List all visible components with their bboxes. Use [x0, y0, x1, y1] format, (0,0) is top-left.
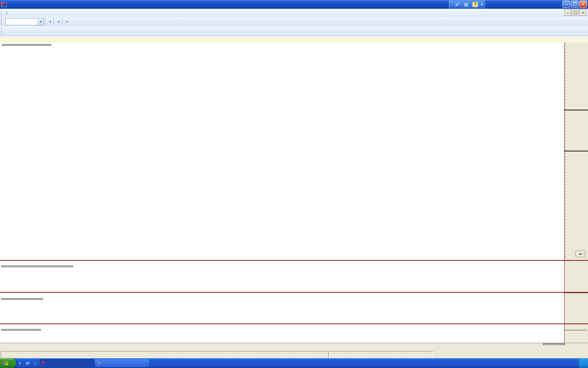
window-controls: — ✕	[562, 1, 587, 8]
taskbar-item-advanced-get[interactable]	[40, 359, 94, 367]
mdi-minimize-button[interactable]: —	[564, 9, 571, 16]
download-icon: ➔	[97, 361, 100, 366]
windows-logo-icon	[3, 361, 8, 366]
quicklaunch-ie-icon[interactable]: e	[17, 360, 23, 366]
advanced-get-icon	[42, 361, 46, 365]
tools-toolbar	[0, 26, 588, 36]
start-button[interactable]	[0, 358, 16, 368]
macd-top-value	[565, 293, 588, 293]
taskbar-item-download[interactable]: ➔	[95, 359, 149, 367]
studies1-overflow-chevron[interactable]: ▾	[48, 20, 52, 23]
last-price-label	[565, 151, 588, 151]
symbol-dropdown-icon[interactable]: ▼	[38, 19, 43, 25]
price-axis[interactable]	[564, 43, 588, 260]
window-titlebar: 🖉 ▤ ? ▾ — ✕	[0, 0, 588, 9]
lang-help-button[interactable]: ?	[472, 2, 478, 7]
macd-panel[interactable]	[0, 292, 588, 323]
microphone-button[interactable]: 🖉	[455, 2, 461, 7]
volume-panel[interactable]	[0, 260, 588, 292]
toolbar2-grip[interactable]	[1, 27, 4, 35]
symbol-combobox[interactable]: ▼	[5, 18, 44, 25]
studies-toolbar: ▼ ▾ ▾ ▾	[0, 17, 588, 27]
pivot-price-label	[565, 110, 588, 110]
langbar-options-chevron[interactable]: ▾	[481, 3, 483, 6]
volume-value-box	[1, 266, 73, 267]
status-page-text	[328, 351, 433, 358]
desktop: 🖉 ▤ ? ▾ — ✕ ♪ — ✕ ▼ ▾ ▾	[0, 0, 588, 368]
menubar-grip[interactable]	[1, 9, 4, 16]
minimize-button[interactable]: —	[562, 1, 570, 8]
cycles-value	[565, 330, 587, 330]
cycles-panel[interactable]	[0, 323, 588, 343]
status-bar	[0, 350, 588, 358]
extras-overflow-chevron[interactable]: ▾	[65, 20, 69, 23]
cycles-axis	[564, 324, 588, 343]
close-button[interactable]: ✕	[579, 1, 587, 8]
end-date-label	[543, 343, 565, 345]
macd-axis	[564, 293, 588, 323]
price-chart-canvas[interactable]	[0, 43, 564, 260]
price-chart-panel[interactable]: oo	[0, 43, 588, 260]
binoculars-button[interactable]: oo	[575, 250, 585, 257]
studies1-grip[interactable]	[45, 18, 47, 26]
system-tray	[578, 358, 588, 368]
macd-value-box	[1, 298, 43, 300]
studies2-overflow-chevron[interactable]: ▾	[57, 20, 61, 23]
language-bar: 🖉 ▤ ? ▾	[449, 0, 485, 8]
mdi-restore-button[interactable]	[572, 9, 579, 16]
quicklaunch-mail-icon[interactable]: ✉	[24, 360, 31, 366]
x-axis-values	[0, 250, 564, 256]
volume-axis	[564, 261, 588, 292]
lang-tools-button[interactable]: ▤	[464, 2, 469, 7]
mdi-window-controls: — ✕	[564, 9, 587, 16]
quote-bar	[0, 36, 588, 43]
chart-window-icon: ♪	[6, 11, 8, 15]
tools-icon: ▤	[464, 2, 468, 7]
menu-bar: ♪ — ✕	[0, 9, 588, 17]
taskbar: e ✉ ♪ ➔	[0, 358, 588, 368]
microphone-icon: 🖉	[455, 2, 460, 7]
toolbar1-grip[interactable]	[1, 18, 4, 26]
time-axis[interactable]	[0, 343, 588, 351]
status-help-text	[1, 351, 330, 358]
ohlc-info-box	[2, 44, 51, 46]
mdi-close-button[interactable]: ✕	[580, 9, 587, 16]
studies2-grip[interactable]	[53, 18, 56, 26]
app-icon	[1, 2, 7, 7]
restore-button[interactable]	[571, 1, 579, 8]
quicklaunch-media-icon[interactable]: ♪	[32, 360, 38, 366]
cycles-value-box	[1, 329, 41, 330]
extras-grip[interactable]	[62, 18, 64, 26]
